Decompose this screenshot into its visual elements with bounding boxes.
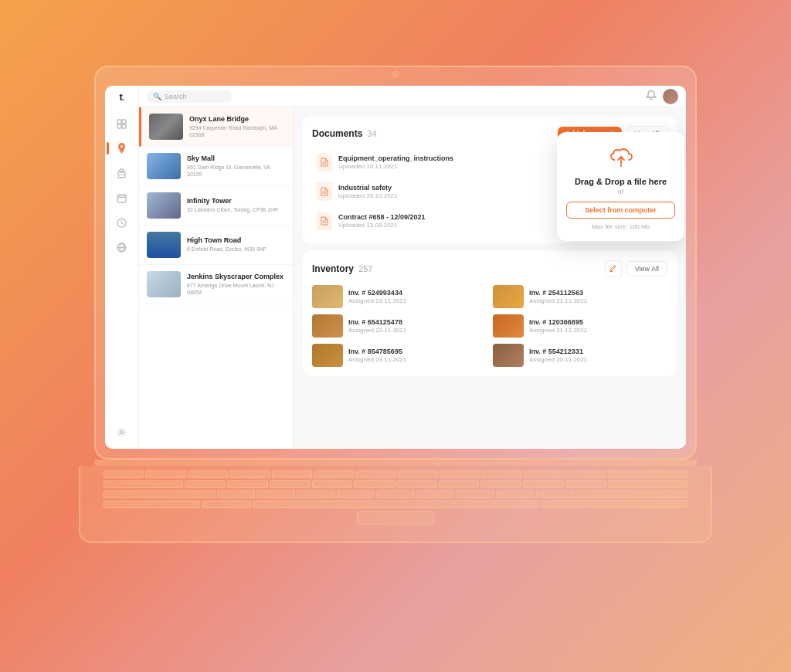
key [440, 470, 480, 478]
nav-icon-clock[interactable] [111, 212, 133, 233]
inventory-info-2: Inv. # 654125478 Assigned 23.11.2021 [348, 318, 406, 334]
property-address-3: 8 Enfield Road, Eccles, M30 9NF [187, 246, 285, 253]
keyboard-rows [104, 470, 687, 508]
inventory-card: Inventory 257 View All [303, 251, 677, 376]
key [185, 480, 226, 488]
property-item-4[interactable]: Jenkins Skyscraper Complex 877 Amerige D… [139, 265, 293, 304]
key [496, 490, 535, 498]
property-image-3 [147, 232, 181, 258]
nav-icon-globe[interactable] [111, 236, 133, 258]
doc-icon-0 [317, 153, 332, 171]
key [356, 470, 396, 478]
search-placeholder: Search [165, 93, 187, 100]
laptop-base [79, 466, 712, 558]
inventory-grid: Inv. # 524993434 Assigned 23.11.2021 Inv… [312, 285, 667, 367]
spacebar [253, 501, 539, 508]
touchpad[interactable] [357, 511, 434, 525]
key [396, 480, 437, 488]
inventory-info-4: Inv. # 854785695 Assigned 23.11.2021 [348, 348, 406, 363]
max-file-size: Max file size: 100 Mb [566, 223, 675, 230]
property-item-1[interactable]: Sky Mall 891 Glen Ridge St. Gainesville,… [139, 147, 293, 186]
property-info-0: Onyx Lane Bridge 9294 Carpenter Road Ran… [189, 115, 285, 138]
key [456, 490, 494, 498]
key [524, 470, 564, 478]
inventory-item-5[interactable]: Inv. # 554212331 Assigned 20.11.2021 [493, 344, 667, 367]
main-panels: Onyx Lane Bridge 9294 Carpenter Road Ran… [139, 107, 686, 449]
key [591, 501, 687, 508]
nav-icon-grid[interactable] [111, 113, 133, 134]
inventory-image-5 [493, 344, 524, 367]
property-info-2: Infinity Tower 32 Llanbers Close, Tonteg… [187, 197, 285, 213]
inventory-num-4: Inv. # 854785695 [348, 348, 406, 355]
documents-card: Documents 34 Add document View All [303, 117, 677, 243]
sidebar-nav: t. [105, 86, 139, 449]
key [523, 480, 564, 488]
property-info-4: Jenkins Skyscraper Complex 877 Amerige D… [187, 273, 285, 296]
select-from-computer-button[interactable]: Select from computer [566, 202, 675, 219]
key [104, 490, 216, 498]
key [575, 490, 687, 498]
key [398, 470, 438, 478]
nav-icon-calendar[interactable] [111, 187, 133, 209]
property-info-3: High Town Road 8 Enfield Road, Eccles, M… [187, 236, 285, 253]
nav-icon-location[interactable] [111, 137, 133, 159]
key [312, 480, 353, 488]
laptop-screen-outer: t. [94, 66, 697, 460]
inventory-num-2: Inv. # 654125478 [348, 318, 406, 326]
property-item-3[interactable]: High Town Road 8 Enfield Road, Eccles, M… [139, 226, 293, 265]
inventory-item-4[interactable]: Inv. # 854785695 Assigned 23.11.2021 [312, 344, 487, 367]
inventory-edit-icon[interactable] [605, 260, 622, 277]
key [536, 490, 575, 498]
property-name-1: Sky Mall [187, 154, 285, 162]
inventory-count: 257 [358, 264, 372, 273]
inventory-view-all-button[interactable]: View All [626, 261, 667, 277]
key [337, 490, 375, 498]
property-address-4: 877 Amerige Drive Mount Laurel, NJ 08054 [187, 282, 285, 296]
property-image-0 [149, 114, 183, 140]
inventory-info-3: Inv. # 120366895 Assigned 21.11.2021 [529, 318, 587, 334]
key [229, 470, 270, 478]
laptop-container: t. [94, 66, 697, 606]
property-item-0[interactable]: Onyx Lane Bridge 9294 Carpenter Road Ran… [139, 107, 293, 147]
search-box[interactable]: 🔍 Search [147, 90, 232, 103]
inventory-num-0: Inv. # 524993434 [348, 289, 406, 297]
nav-icon-settings[interactable] [111, 421, 133, 443]
inventory-image-2 [312, 314, 343, 338]
inventory-image-4 [312, 344, 343, 367]
key [104, 501, 200, 508]
property-image-2 [147, 192, 181, 219]
inventory-item-2[interactable]: Inv. # 654125478 Assigned 23.11.2021 [312, 314, 487, 338]
inventory-item-1[interactable]: Inv. # 254112563 Assigned 21.11.2021 [493, 285, 667, 308]
key [227, 480, 268, 488]
key [565, 480, 606, 488]
documents-title: Documents [312, 128, 362, 139]
key [480, 480, 521, 488]
key [217, 490, 256, 498]
property-address-0: 9294 Carpenter Road Randolph, MA 02368 [189, 124, 285, 138]
inventory-date-0: Assigned 23.11.2021 [348, 297, 406, 304]
inventory-item-0[interactable]: Inv. # 524993434 Assigned 23.11.2021 [312, 285, 487, 308]
key [314, 470, 354, 478]
property-name-2: Infinity Tower [187, 197, 285, 205]
key [354, 480, 395, 488]
key [297, 490, 335, 498]
property-item-2[interactable]: Infinity Tower 32 Llanbers Close, Tonteg… [139, 186, 293, 226]
svg-rect-10 [117, 195, 126, 202]
svg-rect-6 [120, 169, 124, 172]
laptop-hinge [94, 460, 697, 466]
inventory-num-5: Inv. # 554212331 [529, 348, 587, 355]
key-row-4 [104, 501, 687, 508]
inventory-title: Inventory [312, 263, 354, 274]
key [256, 490, 295, 498]
user-avatar[interactable] [663, 89, 678, 104]
inventory-item-3[interactable]: Inv. # 120366895 Assigned 21.11.2021 [493, 314, 667, 338]
key [104, 480, 183, 488]
inventory-actions: View All [605, 260, 667, 277]
key [482, 470, 522, 478]
camera-dot [392, 71, 399, 77]
notification-icon[interactable] [646, 90, 657, 103]
nav-icon-building[interactable] [111, 162, 133, 184]
doc-icon-1 [317, 182, 332, 201]
key [104, 470, 144, 478]
key-row-1 [104, 470, 687, 478]
